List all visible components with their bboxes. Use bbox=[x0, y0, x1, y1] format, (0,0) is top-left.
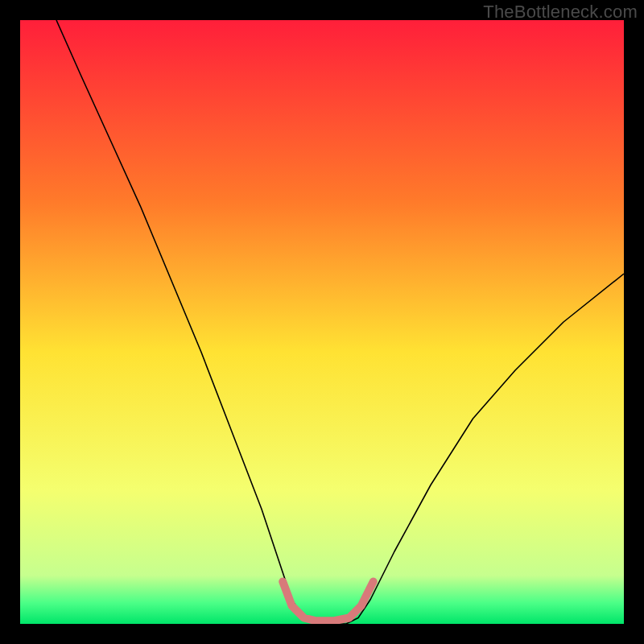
chart-svg bbox=[20, 20, 624, 624]
watermark-text: TheBottleneck.com bbox=[483, 2, 638, 23]
gradient-background bbox=[20, 20, 624, 624]
chart-frame: TheBottleneck.com bbox=[0, 0, 644, 644]
plot-area bbox=[20, 20, 624, 624]
